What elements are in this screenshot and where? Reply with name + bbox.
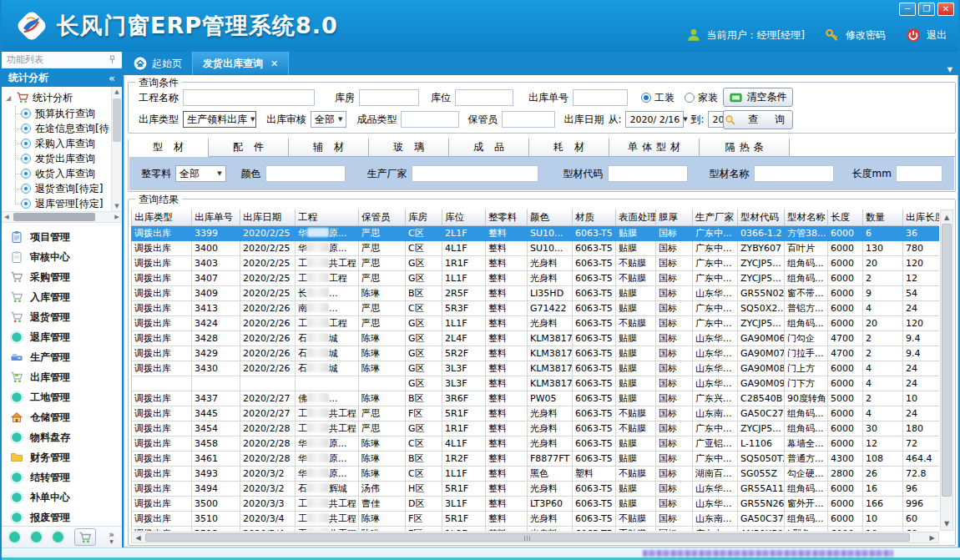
length-input[interactable] <box>896 165 942 182</box>
sidebar-item-8[interactable]: 工地管理 <box>2 387 122 407</box>
tab-list-caret-icon[interactable]: ▼ <box>947 66 952 73</box>
color-input[interactable] <box>265 165 346 182</box>
scroll-right-icon[interactable]: ▶ <box>112 212 122 222</box>
tree-root[interactable]: ◢ 统计分析 <box>6 89 111 106</box>
sidebar-item-5[interactable]: 退库管理 <box>2 327 122 347</box>
table-row-16[interactable]: 调拨出库34932020/3/2华原...陈琳C区1L1F整料黑色塑料不贴膜国标… <box>132 466 940 481</box>
tree-item-1[interactable]: 在途信息查询[待 <box>21 121 111 136</box>
change-password-link[interactable]: 修改密码 <box>846 28 886 43</box>
minimize-button[interactable]: ─ <box>899 3 916 16</box>
collapse-icon[interactable]: « <box>109 72 115 84</box>
column-header[interactable]: 长度 <box>828 209 863 225</box>
tree-item-4[interactable]: 收货入库查询 <box>21 166 111 181</box>
toolbar-dot-icon[interactable] <box>53 532 63 542</box>
tree-item-5[interactable]: 退货查询[待定] <box>21 181 111 196</box>
column-header[interactable]: 型材代码 <box>738 209 785 225</box>
toolbar-dot-icon[interactable] <box>31 532 42 542</box>
results-vertical-scrollbar[interactable]: ▲ ▼ <box>940 209 953 531</box>
material-tab-2[interactable]: 辅材 <box>289 139 369 157</box>
scroll-down-icon[interactable]: ▼ <box>941 517 952 529</box>
column-header[interactable]: 出库长度 <box>903 209 940 225</box>
stats-section-header[interactable]: 统计分析 « <box>2 68 122 87</box>
column-header[interactable]: 表面处理 <box>616 209 656 225</box>
product-type-input[interactable] <box>401 111 459 128</box>
table-row-11[interactable]: 调拨出库34372020/2/27佛...陈琳B区3R6F整料PW056063-… <box>132 391 940 406</box>
pin-icon[interactable] <box>108 55 117 64</box>
scroll-thumb[interactable] <box>113 98 121 142</box>
sidebar-item-0[interactable]: 项目管理 <box>2 227 122 247</box>
column-header[interactable]: 出库类型 <box>132 209 192 225</box>
material-tab-4[interactable]: 成品 <box>449 139 529 157</box>
column-header[interactable]: 膜厚 <box>656 209 693 225</box>
sidebar-item-3[interactable]: 入库管理 <box>2 287 122 307</box>
tree-horizontal-scrollbar[interactable]: ◀ ▶ <box>2 212 122 223</box>
sidebar-item-6[interactable]: 生产管理 <box>2 347 122 367</box>
scroll-right-icon[interactable]: ▶ <box>927 532 937 542</box>
warehouse-input[interactable] <box>359 89 419 106</box>
radio-jiazhuang[interactable]: 家装 <box>685 91 718 105</box>
table-row-5[interactable]: 调拨出库34132020/2/26南...严思C区5R3F整料G71422606… <box>132 300 940 315</box>
tree-vertical-scrollbar[interactable]: ▲ ▼ <box>111 87 122 211</box>
sidebar-item-4[interactable]: 退货管理 <box>2 307 122 327</box>
table-row-19[interactable]: 调拨出库35102020/3/4工共工程陈琳F区5R1F整料光身料6063-T5… <box>132 511 940 526</box>
part-select[interactable]: 全部▼ <box>175 165 226 182</box>
material-tab-6[interactable]: 单体型材 <box>609 139 700 157</box>
results-horizontal-scrollbar[interactable]: ◀ ▶ <box>131 532 939 543</box>
scroll-left-icon[interactable]: ◀ <box>2 212 12 222</box>
column-header[interactable]: 出库单号 <box>192 209 240 225</box>
material-tab-0[interactable]: 型材 <box>129 139 209 157</box>
sidebar-item-14[interactable]: 报废管理 <box>2 507 122 526</box>
table-row-13[interactable]: 调拨出库34542020/2/28工共工程严思G区1R1F整料光身料6063-T… <box>132 421 940 436</box>
code-input[interactable] <box>608 165 688 182</box>
sidebar-item-9[interactable]: 仓储管理 <box>2 407 122 427</box>
table-row-1[interactable]: 调拨出库34002020/2/25华原...严思C区4L1F整料SU10...6… <box>132 240 940 255</box>
material-tab-3[interactable]: 玻璃 <box>369 139 449 157</box>
table-row-17[interactable]: 调拨出库34942020/3/2石辉城汤伟H区5R1F整料光身料6063-T5贴… <box>132 481 940 496</box>
name-input[interactable] <box>754 165 834 182</box>
scroll-thumb[interactable] <box>145 533 910 542</box>
maximize-button[interactable]: ❐ <box>918 3 935 16</box>
column-header[interactable]: 材质 <box>573 209 616 225</box>
column-header[interactable]: 工程 <box>296 209 359 225</box>
column-header[interactable]: 库位 <box>442 209 486 225</box>
scroll-thumb[interactable] <box>942 224 952 497</box>
sidebar-item-13[interactable]: 补单中心 <box>2 487 122 507</box>
column-header[interactable]: 型材名称 <box>785 209 828 225</box>
table-row-9[interactable]: 调拨出库34302020/2/26石城陈琳G区3L3F整料KLM38176063… <box>132 361 940 376</box>
sidebar-item-10[interactable]: 物料盘存 <box>2 427 122 447</box>
sidebar-item-7[interactable]: 出库管理 <box>2 367 122 387</box>
out-type-select[interactable]: 生产领料出库▼ <box>183 111 256 128</box>
column-header[interactable]: 库房 <box>406 209 442 225</box>
tab-home[interactable]: 起始页 <box>124 52 192 75</box>
sidebar-item-2[interactable]: 采购管理 <box>2 267 122 287</box>
scroll-left-icon[interactable]: ◀ <box>133 532 144 542</box>
column-header[interactable]: 保管员 <box>359 209 406 225</box>
column-header[interactable]: 数量 <box>863 209 903 225</box>
scroll-thumb[interactable] <box>13 213 95 221</box>
table-row-12[interactable]: 调拨出库34452020/2/27工共工程严思F区5R1F整料光身料6063-T… <box>132 406 940 421</box>
table-row-6[interactable]: 调拨出库34242020/2/26工工程严思G区1L1F整料光身料6063-T5… <box>132 315 940 330</box>
tab-close-icon[interactable]: ✕ <box>270 58 278 69</box>
material-tab-7[interactable]: 隔热条 <box>700 139 790 157</box>
project-name-input[interactable] <box>183 89 315 106</box>
sidebar-item-11[interactable]: 财务管理 <box>2 447 122 467</box>
tree-expander-icon[interactable]: ◢ <box>6 94 13 102</box>
column-header[interactable]: 出库日期 <box>240 209 296 225</box>
tree-item-3[interactable]: 发货出库查询 <box>21 151 111 166</box>
audit-select[interactable]: 全部▼ <box>311 111 346 128</box>
table-row-18[interactable]: 调拨出库35002020/3/3工共工程曹佳D区3L1F整料LT3P606063… <box>132 496 940 511</box>
sidebar-item-12[interactable]: 结转管理 <box>2 467 122 487</box>
table-row-0[interactable]: 调拨出库33992020/2/25华原...严思C区2L1F整料SU10...6… <box>132 225 940 240</box>
toolbar-cart-button[interactable] <box>74 528 96 546</box>
material-tab-5[interactable]: 耗材 <box>529 139 609 157</box>
table-row-15[interactable]: 调拨出库34612020/2/28华原...陈琳B区1R2F整料F8877FT6… <box>132 451 940 466</box>
tab-shipment-query[interactable]: 发货出库查询 ✕ <box>192 52 289 75</box>
close-button[interactable]: ✕ <box>937 3 954 16</box>
radio-gongzhuang[interactable]: 工装 <box>641 91 675 105</box>
table-row-20[interactable]: 调拨出库35122020/3/4工共工程陈琳F区1L2F整料光身料6063-T5… <box>132 526 940 531</box>
location-input[interactable] <box>455 89 513 106</box>
logout-button[interactable]: 退出 <box>927 28 947 43</box>
keeper-input[interactable] <box>502 111 555 128</box>
table-row-7[interactable]: 调拨出库34282020/2/26石城陈琳G区2L4F整料KLM38176063… <box>132 330 940 346</box>
date-from-select[interactable]: 2020/ 2/16▼ <box>625 111 684 128</box>
